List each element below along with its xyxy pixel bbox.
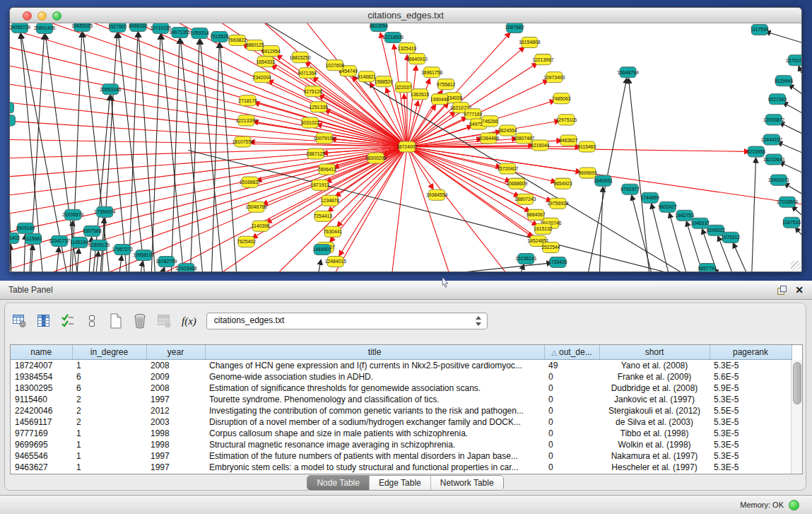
network-window-titlebar[interactable]: citations_edges.txt	[10, 8, 801, 23]
node-table[interactable]: namein_degreeyeartitle△out_de...shortpag…	[10, 344, 803, 474]
table-scrollbar[interactable]	[791, 360, 802, 474]
graph-edge	[165, 146, 407, 271]
graph-node-label: 12505135	[88, 243, 110, 247]
graph-node-label: 1046337	[691, 221, 710, 226]
graph-node-label: 1990448	[430, 97, 449, 102]
table-row[interactable]: 946362711997Embryonic stem cells: a mode…	[11, 462, 792, 473]
cell-out_de: 0	[544, 439, 599, 450]
column-header-short[interactable]: short	[599, 345, 710, 360]
merge-rows-button[interactable]	[83, 312, 100, 330]
close-panel-icon[interactable]: ✕	[795, 284, 804, 296]
graph-node-label: 20691406	[34, 25, 55, 30]
table-row[interactable]: 977716911998Corpus callosum shape and si…	[11, 428, 792, 439]
column-header-year[interactable]: year	[146, 345, 205, 360]
select-rows-button[interactable]	[59, 312, 76, 330]
window-resize-grip[interactable]	[791, 261, 801, 271]
column-header-out_de[interactable]: △out_de...	[544, 345, 599, 360]
graph-edge	[407, 146, 433, 189]
column-header-in_degree[interactable]: in_degree	[72, 345, 146, 360]
network-window-title: citations_edges.txt	[10, 10, 801, 21]
graph-node-label: 8505169	[16, 226, 35, 230]
graph-node-label: 2522544	[541, 245, 560, 250]
select-columns-button[interactable]	[35, 312, 52, 330]
graph-node-label: 1744859	[640, 195, 659, 200]
graph-edge	[766, 32, 801, 42]
table-scrollbar-thumb[interactable]	[793, 362, 801, 404]
graph-edge	[779, 122, 801, 133]
delete-table-button[interactable]	[131, 312, 148, 330]
table-settings-button[interactable]	[11, 312, 28, 330]
table-row[interactable]: 946554611997Estimation of the future num…	[11, 450, 792, 462]
cell-short: Wolkin et al. (1998)	[599, 439, 710, 450]
graph-node-label: 12213399	[235, 118, 257, 123]
graph-node-label: 19756928	[547, 201, 568, 206]
graph-node[interactable]	[10, 103, 14, 113]
graph-node-label: 3031022	[301, 120, 320, 125]
graph-edge	[72, 33, 82, 271]
tab-network-table[interactable]: Network Table	[431, 476, 503, 490]
graph-node-label: 15046766	[246, 204, 267, 209]
graph-node-label: 12042757	[49, 238, 70, 243]
new-table-button[interactable]	[107, 312, 124, 330]
cell-out_de: 0	[544, 382, 599, 394]
table-row[interactable]: 969969511998Structural magnetic resonanc…	[11, 439, 792, 450]
table-selector-dropdown[interactable]: citations_edges.txt	[206, 313, 488, 329]
graph-node-label: 16154808	[519, 40, 540, 45]
graph-edge	[599, 187, 603, 271]
memory-status-icon[interactable]	[789, 500, 799, 510]
graph-edge	[129, 33, 138, 271]
graph-node-label: 1251339	[310, 105, 329, 110]
graph-node-label: 2342004	[252, 75, 271, 80]
tab-edge-table[interactable]: Edge Table	[370, 476, 431, 490]
column-header-name[interactable]: name	[11, 345, 72, 360]
graph-node-label: 17957272	[112, 247, 133, 252]
table-row[interactable]: 1938455462009Genome-wide association stu…	[11, 371, 792, 382]
function-builder-button[interactable]: f(x)	[182, 315, 196, 327]
graph-edge	[779, 162, 801, 172]
cell-short: Stergiakouli et al. (2012)	[599, 405, 710, 416]
table-row[interactable]: 1456911722003Disruption of a novel membe…	[11, 416, 792, 428]
graph-node-label: 16210643	[763, 157, 784, 162]
table-row[interactable]: 2242004622012Investigating the contribut…	[11, 405, 792, 416]
graph-node-label: 7896413	[318, 167, 337, 172]
graph-edge	[792, 206, 801, 215]
graph-node-label: 1167533	[782, 220, 801, 225]
column-header-pagerank[interactable]: pagerank	[710, 345, 792, 360]
graph-node-label: 1362615	[411, 92, 430, 97]
graph-node-label: 9857791	[698, 266, 717, 271]
graph-edge	[392, 146, 407, 271]
graph-node-label: 15751074	[786, 58, 801, 63]
graph-edge	[319, 260, 321, 271]
tab-node-table[interactable]: Node Table	[307, 476, 370, 490]
graph-node-label: 1527602	[108, 24, 127, 29]
column-header-title[interactable]: title	[205, 345, 544, 360]
graph-edge	[789, 85, 801, 94]
graph-node[interactable]	[10, 115, 16, 126]
table-row[interactable]: 911546021997Tourette syndrome. Phenomeno…	[11, 394, 792, 405]
cell-name: 19384554	[11, 371, 72, 382]
cell-out_de: 0	[544, 394, 599, 405]
graph-node-label: 2087682	[505, 25, 524, 30]
graph-node-label: 18724007	[396, 144, 418, 149]
graph-node-label: 12444157	[761, 137, 782, 142]
graph-edge	[777, 142, 801, 152]
table-row[interactable]: 1872400712008Changes of HCN gene express…	[11, 360, 792, 372]
graph-node-label: 18807243	[514, 197, 536, 201]
cell-pagerank: 5.3E-5	[710, 416, 792, 428]
table-row[interactable]: 1830029562008Estimation of significance …	[11, 382, 792, 394]
cell-year: 2003	[146, 416, 205, 428]
network-window[interactable]: citations_edges.txt 18724007183002951938…	[9, 7, 802, 272]
graph-node-label: 1654333	[256, 59, 275, 64]
cell-in_degree: 2	[72, 416, 146, 428]
graph-node-label: 9699695	[578, 170, 597, 175]
table-toolbar: f(x) citations_edges.txt	[11, 310, 488, 332]
graph-node-label: 9602427	[658, 204, 677, 209]
graph-node-label: 1588520	[375, 79, 394, 84]
cell-short: Tibbo et al. (1998)	[599, 428, 710, 439]
graph-node-label: 746266	[482, 119, 498, 124]
graph-node-label: 1075312	[722, 235, 741, 240]
float-panel-icon[interactable]	[777, 286, 787, 295]
network-canvas[interactable]: 1872400718300295193845547663822986012559…	[10, 23, 801, 271]
graph-node-label: 18815250	[290, 55, 311, 60]
cell-out_de: 0	[544, 462, 599, 473]
